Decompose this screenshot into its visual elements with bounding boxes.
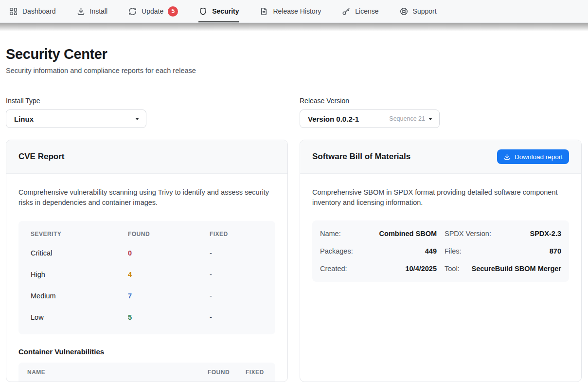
sbom-body: Comprehensive SBOM in SPDX format provid… — [300, 174, 581, 382]
nav-item-support[interactable]: Support — [399, 0, 437, 22]
scroll-shadow — [0, 23, 588, 31]
chevron-down-icon — [135, 118, 139, 120]
shield-icon — [198, 7, 208, 16]
nav-label: Security — [212, 7, 239, 15]
info-label: Name: — [320, 230, 341, 237]
column-header-found: Found — [128, 231, 210, 237]
sequence-label: Sequence 21 — [389, 115, 425, 122]
sbom-description: Comprehensive SBOM in SPDX format provid… — [312, 187, 569, 208]
fixed-count: - — [210, 249, 263, 257]
nav-label: Update — [142, 7, 163, 15]
info-pair-tool: Tool: SecureBuild SBOM Merger — [445, 265, 561, 273]
info-pair-packages: Packages: 449 — [320, 247, 437, 255]
sbom-header: Software Bill of Materials Download repo… — [300, 140, 581, 174]
column-header-fixed: Fixed — [210, 231, 263, 237]
found-count: 0 — [128, 249, 210, 257]
severity-table: Severity Found Fixed Critical 0 - High 4… — [18, 221, 275, 334]
info-label: Files: — [445, 247, 462, 255]
info-label: SPDX Version: — [445, 230, 491, 237]
info-value: SPDX-2.3 — [530, 230, 561, 237]
info-label: Packages: — [320, 247, 353, 255]
top-nav: Dashboard Install Update 5 Security Rele… — [0, 0, 588, 23]
install-type-value: Linux — [14, 115, 34, 123]
container-vulnerabilities-title: Container Vulnerabilities — [18, 347, 275, 356]
severity-label: Low — [31, 313, 128, 321]
severity-table-header: Severity Found Fixed — [31, 224, 263, 242]
sbom-card: Software Bill of Materials Download repo… — [300, 140, 582, 382]
download-icon — [503, 153, 511, 161]
severity-label: High — [31, 271, 128, 278]
fixed-count: - — [210, 271, 263, 278]
nav-item-install[interactable]: Install — [76, 0, 108, 22]
nav-item-release-history[interactable]: Release History — [259, 0, 321, 22]
column-header-fixed: Fixed — [246, 369, 267, 376]
nav-item-dashboard[interactable]: Dashboard — [9, 0, 56, 22]
info-pair-spdx-version: SPDX Version: SPDX-2.3 — [445, 230, 561, 237]
info-label: Created: — [320, 265, 347, 273]
nav-label: License — [355, 7, 378, 15]
found-count: 7 — [128, 292, 210, 300]
cve-report-description: Comprehensive vulnerability scanning usi… — [18, 187, 275, 208]
column-header-found: Found — [208, 369, 246, 376]
cve-report-title: CVE Report — [18, 152, 64, 162]
chevron-down-icon — [428, 118, 432, 120]
refresh-icon — [128, 7, 137, 16]
release-version-value: Version 0.0.2-1 — [308, 115, 359, 123]
release-version-select[interactable]: Version 0.0.2-1 Sequence 21 — [300, 109, 440, 128]
info-value: 10/4/2025 — [405, 265, 437, 273]
cve-report-header: CVE Report — [6, 140, 287, 174]
dashboard-icon — [9, 7, 18, 16]
install-type-label: Install Type — [6, 97, 288, 105]
table-row-critical: Critical 0 - — [31, 242, 263, 264]
page-subtitle: Security information and compliance repo… — [6, 67, 582, 74]
nav-label: Dashboard — [22, 7, 56, 15]
table-row-low: Low 5 - — [31, 307, 263, 328]
install-type-filter: Install Type Linux — [6, 97, 288, 128]
info-value: 870 — [550, 247, 561, 255]
download-icon — [76, 7, 86, 16]
lifebuoy-icon — [399, 7, 409, 16]
table-row-high: High 4 - — [31, 264, 263, 285]
key-icon — [341, 7, 351, 16]
found-count: 5 — [128, 313, 210, 321]
severity-label: Medium — [31, 292, 128, 300]
fixed-count: - — [210, 313, 263, 321]
found-count: 4 — [128, 271, 210, 278]
table-row: Packages: 449 Files: 870 — [320, 242, 561, 260]
info-pair-name: Name: Combined SBOM — [320, 230, 437, 237]
column-header-name: Name — [27, 369, 208, 376]
table-row: Created: 10/4/2025 Tool: SecureBuild SBO… — [320, 260, 561, 277]
cve-report-body: Comprehensive vulnerability scanning usi… — [6, 174, 287, 382]
info-label: Tool: — [445, 265, 460, 273]
severity-label: Critical — [31, 249, 128, 257]
nav-item-license[interactable]: License — [341, 0, 378, 22]
download-report-button[interactable]: Download report — [497, 149, 569, 164]
fixed-count: - — [210, 292, 263, 300]
release-version-label: Release Version — [300, 97, 582, 105]
column-header-severity: Severity — [31, 231, 128, 237]
nav-label: Release History — [273, 7, 321, 15]
nav-label: Install — [90, 7, 108, 15]
container-vulnerabilities-table-header: Name Found Fixed — [18, 363, 275, 382]
page-title: Security Center — [6, 46, 582, 62]
nav-item-security[interactable]: Security — [198, 0, 239, 22]
download-report-label: Download report — [515, 153, 563, 161]
table-row-medium: Medium 7 - — [31, 285, 263, 307]
sbom-info-table: Name: Combined SBOM SPDX Version: SPDX-2… — [312, 220, 569, 282]
info-pair-files: Files: 870 — [445, 247, 561, 255]
table-row: Name: Combined SBOM SPDX Version: SPDX-2… — [320, 225, 561, 242]
release-version-filter: Release Version Version 0.0.2-1 Sequence… — [300, 97, 582, 128]
main-content: Security Center Security information and… — [0, 46, 588, 382]
filters-row: Install Type Linux Release Version Versi… — [6, 97, 582, 128]
info-value: SecureBuild SBOM Merger — [471, 265, 561, 273]
update-count-badge: 5 — [168, 6, 178, 17]
info-pair-created: Created: 10/4/2025 — [320, 265, 437, 273]
nav-item-update[interactable]: Update 5 — [128, 0, 178, 22]
sbom-title: Software Bill of Materials — [312, 152, 410, 162]
nav-label: Support — [413, 7, 437, 15]
install-type-select[interactable]: Linux — [6, 109, 146, 128]
info-value: Combined SBOM — [379, 230, 437, 237]
cards-row: CVE Report Comprehensive vulnerability s… — [6, 140, 582, 382]
cve-report-card: CVE Report Comprehensive vulnerability s… — [6, 140, 288, 382]
document-icon — [259, 7, 268, 16]
